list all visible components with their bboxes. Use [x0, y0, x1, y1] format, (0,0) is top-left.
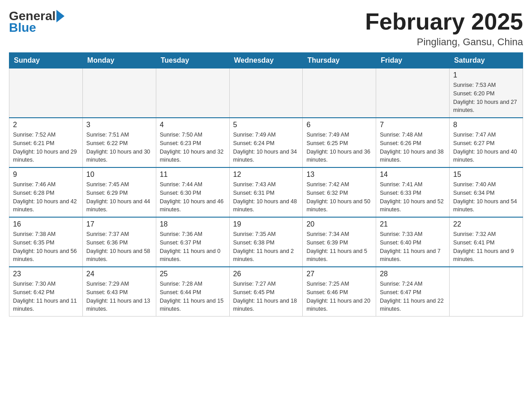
day-number: 13 — [306, 171, 372, 179]
day-info: Sunrise: 7:36 AMSunset: 6:37 PMDaylight:… — [160, 230, 226, 264]
day-number: 8 — [453, 121, 519, 129]
day-number: 17 — [86, 220, 152, 228]
calendar-cell-w4-d1: 16Sunrise: 7:38 AMSunset: 6:35 PMDayligh… — [9, 217, 83, 267]
day-number: 14 — [380, 171, 446, 179]
day-number: 16 — [13, 220, 79, 228]
day-info: Sunrise: 7:47 AMSunset: 6:27 PMDaylight:… — [453, 131, 519, 164]
calendar-week-3: 9Sunrise: 7:46 AMSunset: 6:28 PMDaylight… — [9, 167, 523, 217]
day-info: Sunrise: 7:49 AMSunset: 6:24 PMDaylight:… — [233, 131, 299, 164]
day-number: 7 — [380, 121, 446, 129]
day-info: Sunrise: 7:34 AMSunset: 6:39 PMDaylight:… — [306, 230, 372, 264]
calendar-cell-w4-d3: 18Sunrise: 7:36 AMSunset: 6:37 PMDayligh… — [156, 217, 229, 267]
col-saturday: Saturday — [450, 53, 523, 68]
day-number: 24 — [86, 270, 152, 278]
calendar-cell-w1-d1 — [9, 68, 83, 118]
col-tuesday: Tuesday — [156, 53, 229, 68]
day-info: Sunrise: 7:35 AMSunset: 6:38 PMDaylight:… — [233, 230, 299, 264]
day-info: Sunrise: 7:42 AMSunset: 6:32 PMDaylight:… — [306, 180, 372, 214]
day-info: Sunrise: 7:32 AMSunset: 6:41 PMDaylight:… — [453, 230, 519, 264]
calendar-cell-w1-d5 — [303, 68, 376, 118]
col-sunday: Sunday — [9, 53, 83, 68]
day-number: 1 — [453, 71, 519, 79]
month-title: February 2025 — [365, 9, 523, 34]
day-info: Sunrise: 7:48 AMSunset: 6:26 PMDaylight:… — [380, 131, 446, 164]
day-info: Sunrise: 7:30 AMSunset: 6:42 PMDaylight:… — [13, 280, 79, 313]
day-number: 28 — [380, 270, 446, 278]
calendar-cell-w4-d2: 17Sunrise: 7:37 AMSunset: 6:36 PMDayligh… — [82, 217, 156, 267]
day-info: Sunrise: 7:27 AMSunset: 6:45 PMDaylight:… — [233, 280, 299, 313]
calendar-cell-w5-d6: 28Sunrise: 7:24 AMSunset: 6:47 PMDayligh… — [376, 267, 450, 317]
calendar-cell-w5-d3: 25Sunrise: 7:28 AMSunset: 6:44 PMDayligh… — [156, 267, 229, 317]
day-info: Sunrise: 7:50 AMSunset: 6:23 PMDaylight:… — [160, 131, 226, 164]
calendar-cell-w3-d7: 15Sunrise: 7:40 AMSunset: 6:34 PMDayligh… — [450, 167, 523, 217]
day-info: Sunrise: 7:45 AMSunset: 6:29 PMDaylight:… — [86, 180, 152, 214]
day-info: Sunrise: 7:49 AMSunset: 6:25 PMDaylight:… — [306, 131, 372, 164]
calendar-week-5: 23Sunrise: 7:30 AMSunset: 6:42 PMDayligh… — [9, 267, 523, 317]
calendar-cell-w4-d7: 22Sunrise: 7:32 AMSunset: 6:41 PMDayligh… — [450, 217, 523, 267]
calendar-cell-w1-d6 — [376, 68, 450, 118]
col-friday: Friday — [376, 53, 450, 68]
col-wednesday: Wednesday — [229, 53, 303, 68]
calendar-cell-w4-d4: 19Sunrise: 7:35 AMSunset: 6:38 PMDayligh… — [229, 217, 303, 267]
day-info: Sunrise: 7:24 AMSunset: 6:47 PMDaylight:… — [380, 280, 446, 313]
day-info: Sunrise: 7:44 AMSunset: 6:30 PMDaylight:… — [160, 180, 226, 214]
day-number: 19 — [233, 220, 299, 228]
day-info: Sunrise: 7:38 AMSunset: 6:35 PMDaylight:… — [13, 230, 79, 264]
day-info: Sunrise: 7:29 AMSunset: 6:43 PMDaylight:… — [86, 280, 152, 313]
calendar-cell-w4-d6: 21Sunrise: 7:33 AMSunset: 6:40 PMDayligh… — [376, 217, 450, 267]
day-number: 11 — [160, 171, 226, 179]
calendar-cell-w2-d1: 2Sunrise: 7:52 AMSunset: 6:21 PMDaylight… — [9, 118, 83, 167]
logo-arrow-icon — [56, 10, 64, 22]
col-monday: Monday — [82, 53, 156, 68]
day-number: 15 — [453, 171, 519, 179]
day-info: Sunrise: 7:25 AMSunset: 6:46 PMDaylight:… — [306, 280, 372, 313]
day-number: 9 — [13, 171, 79, 179]
day-info: Sunrise: 7:46 AMSunset: 6:28 PMDaylight:… — [13, 180, 79, 214]
calendar-cell-w2-d2: 3Sunrise: 7:51 AMSunset: 6:22 PMDaylight… — [82, 118, 156, 167]
calendar-header-row: Sunday Monday Tuesday Wednesday Thursday… — [9, 53, 523, 68]
calendar-cell-w3-d6: 14Sunrise: 7:41 AMSunset: 6:33 PMDayligh… — [376, 167, 450, 217]
day-info: Sunrise: 7:52 AMSunset: 6:21 PMDaylight:… — [13, 131, 79, 164]
calendar-cell-w2-d7: 8Sunrise: 7:47 AMSunset: 6:27 PMDaylight… — [450, 118, 523, 167]
day-info: Sunrise: 7:43 AMSunset: 6:31 PMDaylight:… — [233, 180, 299, 214]
day-number: 12 — [233, 171, 299, 179]
calendar-cell-w3-d2: 10Sunrise: 7:45 AMSunset: 6:29 PMDayligh… — [82, 167, 156, 217]
page-header: General Blue February 2025 Pingliang, Ga… — [9, 9, 523, 48]
logo-blue-text: Blue — [9, 21, 36, 35]
day-info: Sunrise: 7:53 AMSunset: 6:20 PMDaylight:… — [453, 81, 519, 115]
day-number: 5 — [233, 121, 299, 129]
calendar-cell-w4-d5: 20Sunrise: 7:34 AMSunset: 6:39 PMDayligh… — [303, 217, 376, 267]
day-number: 21 — [380, 220, 446, 228]
day-number: 2 — [13, 121, 79, 129]
calendar-cell-w5-d2: 24Sunrise: 7:29 AMSunset: 6:43 PMDayligh… — [82, 267, 156, 317]
day-number: 3 — [86, 121, 152, 129]
calendar-cell-w1-d3 — [156, 68, 229, 118]
day-info: Sunrise: 7:51 AMSunset: 6:22 PMDaylight:… — [86, 131, 152, 164]
calendar-cell-w5-d5: 27Sunrise: 7:25 AMSunset: 6:46 PMDayligh… — [303, 267, 376, 317]
calendar-cell-w3-d1: 9Sunrise: 7:46 AMSunset: 6:28 PMDaylight… — [9, 167, 83, 217]
calendar-table: Sunday Monday Tuesday Wednesday Thursday… — [9, 52, 523, 317]
logo: General Blue — [9, 9, 64, 35]
calendar-cell-w3-d3: 11Sunrise: 7:44 AMSunset: 6:30 PMDayligh… — [156, 167, 229, 217]
calendar-week-2: 2Sunrise: 7:52 AMSunset: 6:21 PMDaylight… — [9, 118, 523, 167]
day-number: 23 — [13, 270, 79, 278]
day-number: 18 — [160, 220, 226, 228]
calendar-cell-w5-d1: 23Sunrise: 7:30 AMSunset: 6:42 PMDayligh… — [9, 267, 83, 317]
day-number: 6 — [306, 121, 372, 129]
day-info: Sunrise: 7:37 AMSunset: 6:36 PMDaylight:… — [86, 230, 152, 264]
calendar-cell-w3-d5: 13Sunrise: 7:42 AMSunset: 6:32 PMDayligh… — [303, 167, 376, 217]
day-number: 22 — [453, 220, 519, 228]
calendar-week-4: 16Sunrise: 7:38 AMSunset: 6:35 PMDayligh… — [9, 217, 523, 267]
calendar-cell-w2-d3: 4Sunrise: 7:50 AMSunset: 6:23 PMDaylight… — [156, 118, 229, 167]
day-number: 25 — [160, 270, 226, 278]
day-info: Sunrise: 7:33 AMSunset: 6:40 PMDaylight:… — [380, 230, 446, 264]
calendar-cell-w1-d2 — [82, 68, 156, 118]
day-number: 20 — [306, 220, 372, 228]
title-section: February 2025 Pingliang, Gansu, China — [365, 9, 523, 48]
calendar-cell-w2-d6: 7Sunrise: 7:48 AMSunset: 6:26 PMDaylight… — [376, 118, 450, 167]
day-info: Sunrise: 7:28 AMSunset: 6:44 PMDaylight:… — [160, 280, 226, 313]
calendar-cell-w2-d5: 6Sunrise: 7:49 AMSunset: 6:25 PMDaylight… — [303, 118, 376, 167]
calendar-cell-w1-d7: 1Sunrise: 7:53 AMSunset: 6:20 PMDaylight… — [450, 68, 523, 118]
location: Pingliang, Gansu, China — [365, 36, 523, 48]
calendar-cell-w2-d4: 5Sunrise: 7:49 AMSunset: 6:24 PMDaylight… — [229, 118, 303, 167]
